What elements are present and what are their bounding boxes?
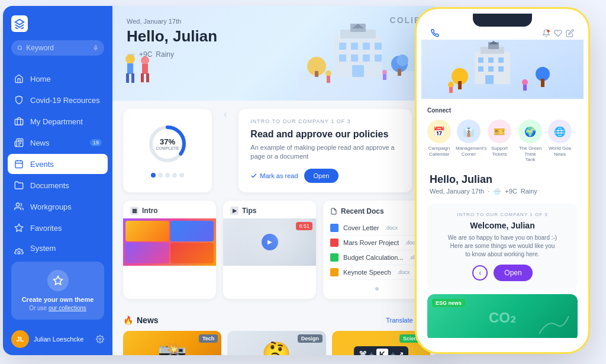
mobile-prev-btn[interactable]: ‹	[472, 265, 488, 281]
svg-point-38	[141, 56, 149, 65]
svg-point-29	[397, 54, 408, 66]
mobile-date: Wed, January 17th	[430, 188, 484, 195]
doc-ext-4: .docx	[397, 269, 410, 275]
policy-card: INTRO TO OUR COMPANY 1 OF 3 Read and app…	[238, 109, 411, 192]
world-icon: 🌐	[548, 120, 572, 143]
widget-intro-icon: ▦	[130, 207, 138, 215]
svg-rect-35	[127, 63, 133, 74]
co2-text: CO₂	[489, 310, 516, 326]
mobile-policy-actions: ‹ Open	[436, 265, 569, 281]
news-section: 🔥 News Translate on → 📸 Tech	[112, 315, 441, 355]
play-button[interactable]: ▶	[262, 234, 278, 250]
progress-dots	[151, 173, 184, 178]
doc-item-3[interactable]: Budget Calculation... .xlsx	[330, 250, 423, 265]
widgets-row: ▦ Intro ▶ Ti	[123, 201, 430, 299]
building-icon	[14, 116, 24, 127]
avatar-green[interactable]: 🌍 The Green ThinkTank	[517, 120, 543, 163]
news-card-design[interactable]: 🤔 Design	[227, 331, 325, 355]
search-bar[interactable]	[11, 40, 104, 56]
news-card-science[interactable]: ⌘+ K + ↗ Science	[332, 331, 430, 355]
collections-link[interactable]: our collections	[49, 305, 86, 311]
mobile-greeting: Hello, Julian Wed, January 17th · 🌧️ +9C…	[421, 167, 584, 199]
main-content: Wed, January 17th Hello, Julian 🌧️ +9C R…	[112, 6, 441, 355]
user-row: JL Julian Loeschcke	[11, 326, 104, 348]
sidebar-item-sysadmin[interactable]: System Administration	[8, 239, 108, 255]
mobile-greeting-title: Hello, Julian	[430, 173, 575, 186]
mobile-avatars-row: 📅 CampaignCallendar 👔 Management'sCorner…	[421, 115, 584, 167]
home-icon	[14, 73, 24, 84]
svg-rect-20	[339, 54, 346, 62]
prev-arrow[interactable]: ‹	[220, 109, 230, 192]
mobile-weather-temp: +9C	[505, 188, 517, 195]
sidebar-nav: Home Covid-19 Recources My Department	[3, 69, 112, 255]
building-illustration	[299, 24, 417, 101]
sidebar-item-workgroups[interactable]: Workgroups	[8, 197, 108, 217]
mark-read-btn[interactable]: Mark as read	[250, 172, 298, 179]
svg-rect-17	[351, 43, 358, 50]
news-card-tech[interactable]: 📸 Tech	[123, 331, 221, 355]
news-badge: 19	[90, 139, 102, 146]
nav-label-department: My Department	[30, 117, 83, 126]
svg-rect-16	[339, 43, 346, 50]
green-label: The Green ThinkTank	[517, 146, 543, 163]
mobile-policy-desc: We are so happy to have you on board :-)…	[436, 234, 569, 259]
sidebar: Home Covid-19 Recources My Department	[3, 6, 112, 355]
mobile-policy-card: INTRO TO OUR COMPANY 1 OF 3 Welcome, Jul…	[427, 204, 578, 289]
docs-title: Recent Docs	[330, 207, 384, 215]
svg-rect-33	[383, 74, 386, 80]
nav-label-covid: Covid-19 Recources	[30, 96, 100, 105]
svg-rect-37	[131, 73, 134, 83]
mobile-greeting-sub: Wed, January 17th · 🌧️ +9C Rainy	[430, 188, 575, 195]
sidebar-item-covid[interactable]: Covid-19 Recources	[8, 90, 108, 110]
sidebar-item-department[interactable]: My Department	[8, 111, 108, 131]
svg-rect-55	[498, 66, 504, 72]
mobile-policy-label: INTRO TO OUR COMPANY 1 OF 3	[436, 212, 569, 217]
doc-name-4: Keynote Speech	[343, 269, 391, 276]
nav-label-events: Events	[30, 160, 54, 169]
user-avatar: JL	[11, 330, 29, 348]
svg-rect-62	[449, 87, 453, 93]
open-button[interactable]: Open	[304, 169, 339, 183]
sidebar-item-home[interactable]: Home	[8, 69, 108, 89]
sidebar-item-news[interactable]: News 19	[8, 133, 108, 153]
sidebar-item-favorites[interactable]: Favorites	[8, 218, 108, 238]
tag-design: Design	[298, 334, 323, 343]
avatar-world[interactable]: 🌐 World GoaNews	[548, 120, 572, 163]
green-icon: 🌍	[518, 120, 542, 143]
avatar-campaign[interactable]: 📅 CampaignCallendar	[427, 120, 451, 163]
policy-actions: Mark as read Open	[250, 169, 399, 183]
app-logo	[11, 15, 28, 32]
newspaper-icon	[14, 137, 24, 148]
mobile-open-button[interactable]: Open	[494, 265, 532, 281]
svg-rect-28	[398, 69, 401, 76]
news-cards: 📸 Tech 🤔 Design	[123, 331, 430, 355]
avatar-management[interactable]: 👔 Management'sCorner	[456, 120, 482, 163]
doc-item-1[interactable]: Cover Letter .docx	[330, 221, 423, 236]
phone-icon	[431, 29, 439, 37]
settings-icon[interactable]	[96, 335, 104, 343]
doc-item-2[interactable]: Mars Rover Project .docx	[330, 236, 423, 250]
video-thumbnail: ▶ 6:51	[223, 218, 316, 266]
search-input[interactable]	[26, 44, 89, 52]
avatar-support[interactable]: 🎫 Support Tickets	[486, 120, 512, 163]
svg-rect-2	[15, 120, 22, 125]
svg-rect-58	[458, 81, 462, 89]
svg-point-61	[448, 82, 454, 88]
sidebar-item-documents[interactable]: Documents	[8, 175, 108, 195]
sidebar-item-events[interactable]: Events	[8, 154, 108, 174]
svg-rect-52	[498, 57, 504, 63]
doc-name-1: Cover Letter	[343, 224, 379, 231]
doc-name-3: Budget Calculation...	[343, 254, 404, 261]
connect-label: Connect	[421, 104, 584, 115]
news-header: 🔥 News Translate on →	[123, 315, 430, 325]
mobile-esg-card[interactable]: ESG news CO₂	[427, 294, 578, 338]
heart-icon	[554, 29, 562, 37]
doc-item-4[interactable]: Keynote Speech .docx	[330, 265, 423, 280]
tag-tech: Tech	[199, 334, 218, 343]
theme-title: Create your own theme	[20, 296, 96, 303]
notification-icon	[542, 29, 550, 37]
laptop-mockup: Home Covid-19 Recources My Department	[3, 6, 441, 355]
doc-icon-word	[330, 224, 339, 232]
mobile-content: Connect 📅 CampaignCallendar 👔 Management…	[421, 40, 584, 338]
theme-icon	[47, 270, 69, 291]
